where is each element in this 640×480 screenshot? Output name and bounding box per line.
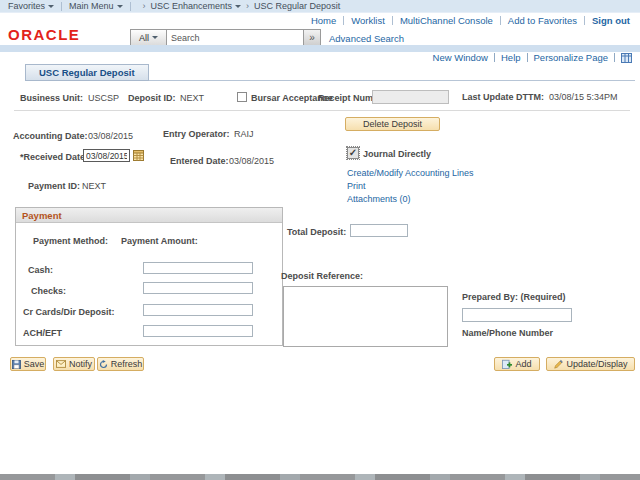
chevron-down-icon (117, 5, 123, 8)
accounting-date-label: Accounting Date: (13, 131, 88, 141)
payment-group-box: Payment Payment Method: Payment Amount: … (15, 207, 283, 346)
search-go-button[interactable]: » (303, 29, 321, 46)
page-action-bar: New Window Help Personalize Page (433, 52, 632, 63)
received-date-label: *Received Date: (20, 152, 88, 162)
print-link[interactable]: Print (347, 181, 366, 191)
add-to-favorites-link[interactable]: Add to Favorites (508, 15, 577, 26)
breadcrumb-usc-enhancements[interactable]: USC Enhancements (151, 1, 242, 11)
prepared-by-input[interactable] (462, 308, 572, 322)
notify-button[interactable]: Notify (53, 357, 95, 371)
sign-out-link[interactable]: Sign out (592, 15, 630, 26)
nav-divider (392, 16, 393, 25)
attachments-link[interactable]: Attachments (0) (347, 194, 411, 204)
breadcrumb-divider (130, 2, 131, 11)
search-scope-value: All (139, 33, 149, 43)
accounting-date-value: 03/08/2015 (88, 131, 133, 141)
oracle-logo: ORACLE (8, 26, 80, 43)
prepared-by-label: Prepared By: (Required) (462, 292, 566, 302)
update-display-button[interactable]: Update/Display (546, 357, 635, 371)
entered-date-label: Entered Date: (170, 156, 229, 166)
name-phone-label: Name/Phone Number (462, 328, 553, 338)
checks-amount-input[interactable] (143, 282, 253, 294)
notify-envelope-icon (56, 360, 66, 368)
window-bottom-edge (0, 474, 640, 480)
search-scope-select[interactable]: All (130, 29, 167, 46)
breadcrumb-separator: › (246, 1, 249, 11)
calendar-icon[interactable] (133, 150, 144, 161)
notify-button-label: Notify (69, 359, 92, 369)
update-display-button-label: Update/Display (566, 359, 627, 369)
business-unit-label: Business Unit: (20, 93, 83, 103)
payment-group-title: Payment (22, 210, 62, 221)
refresh-button[interactable]: Refresh (97, 357, 144, 371)
pagebar-divider (494, 53, 495, 62)
chevron-down-icon (152, 36, 158, 39)
deposit-id-label: Deposit ID: (128, 93, 176, 103)
cr-cards-amount-input[interactable] (143, 304, 253, 316)
business-unit-value: USCSP (88, 93, 119, 103)
refresh-button-label: Refresh (111, 359, 143, 369)
advanced-search-link[interactable]: Advanced Search (329, 33, 404, 44)
deposit-reference-textarea[interactable] (283, 286, 448, 347)
receipt-number-input[interactable] (372, 90, 449, 104)
home-link[interactable]: Home (311, 15, 336, 26)
breadcrumb-favorites[interactable]: Favorites (8, 1, 54, 11)
save-floppy-icon (12, 360, 21, 369)
received-date-input[interactable] (83, 149, 130, 162)
add-button[interactable]: Add (494, 357, 540, 371)
utility-nav: Home Worklist MultiChannel Console Add t… (0, 14, 640, 27)
ach-eft-amount-input[interactable] (143, 325, 253, 337)
breadcrumb: Favorites Main Menu › USC Enhancements ›… (0, 0, 640, 13)
help-link[interactable]: Help (501, 52, 521, 63)
cash-amount-input[interactable] (143, 262, 253, 274)
nav-divider (500, 16, 501, 25)
cr-cards-dir-deposit-label: Cr Cards/Dir Deposit: (23, 307, 115, 317)
pencil-icon (553, 359, 563, 369)
new-window-link[interactable]: New Window (433, 52, 488, 63)
payment-method-header: Payment Method: (33, 236, 108, 246)
application-window: Favorites Main Menu › USC Enhancements ›… (0, 0, 640, 480)
bursar-acceptance-checkbox[interactable] (237, 92, 247, 102)
entry-operator-label: Entry Operator: (163, 129, 230, 139)
ach-eft-label: ACH/EFT (23, 328, 62, 338)
personalize-page-link[interactable]: Personalize Page (534, 52, 608, 63)
last-update-value: 03/08/15 5:34PM (549, 92, 618, 102)
pagebar-divider (614, 53, 615, 62)
tab-usc-regular-deposit[interactable]: USC Regular Deposit (25, 64, 149, 81)
search-input[interactable] (166, 29, 304, 46)
last-update-label: Last Update DTTM: (462, 92, 544, 102)
multichannel-console-link[interactable]: MultiChannel Console (400, 15, 493, 26)
payment-group-header: Payment (16, 208, 282, 223)
total-deposit-input[interactable] (350, 224, 408, 237)
add-plus-icon (502, 359, 512, 369)
save-button-label: Save (24, 359, 45, 369)
deposit-id-value: NEXT (180, 93, 204, 103)
header-divider-band (0, 45, 640, 52)
checkmark-icon: ✓ (349, 148, 357, 158)
payment-id-value: NEXT (82, 181, 106, 191)
breadcrumb-divider (61, 2, 62, 11)
create-modify-accounting-lines-link[interactable]: Create/Modify Accounting Lines (347, 168, 474, 178)
breadcrumb-separator: › (143, 1, 146, 11)
total-deposit-label: Total Deposit: (287, 227, 346, 237)
deposit-reference-label: Deposit Reference: (281, 271, 363, 281)
section-divider (14, 110, 630, 111)
breadcrumb-main-menu[interactable]: Main Menu (69, 1, 123, 11)
entered-date-value: 03/08/2015 (229, 156, 274, 166)
entry-operator-value: RAIJ (234, 129, 254, 139)
refresh-arrows-icon (99, 360, 108, 369)
nav-divider (584, 16, 585, 25)
payment-id-label: Payment ID: (28, 181, 80, 191)
worklist-link[interactable]: Worklist (351, 15, 385, 26)
nav-divider (343, 16, 344, 25)
chevron-down-icon (235, 5, 241, 8)
cash-label: Cash: (28, 265, 53, 275)
delete-deposit-button[interactable]: Delete Deposit (345, 117, 440, 131)
chevron-down-icon (48, 5, 54, 8)
save-button[interactable]: Save (10, 357, 46, 371)
journal-directly-label: Journal Directly (363, 149, 431, 159)
journal-directly-checkbox[interactable]: ✓ (347, 147, 359, 159)
checks-label: Checks: (31, 286, 66, 296)
personalize-grid-icon[interactable] (621, 53, 632, 63)
breadcrumb-current-page: USC Regular Deposit (254, 1, 340, 11)
